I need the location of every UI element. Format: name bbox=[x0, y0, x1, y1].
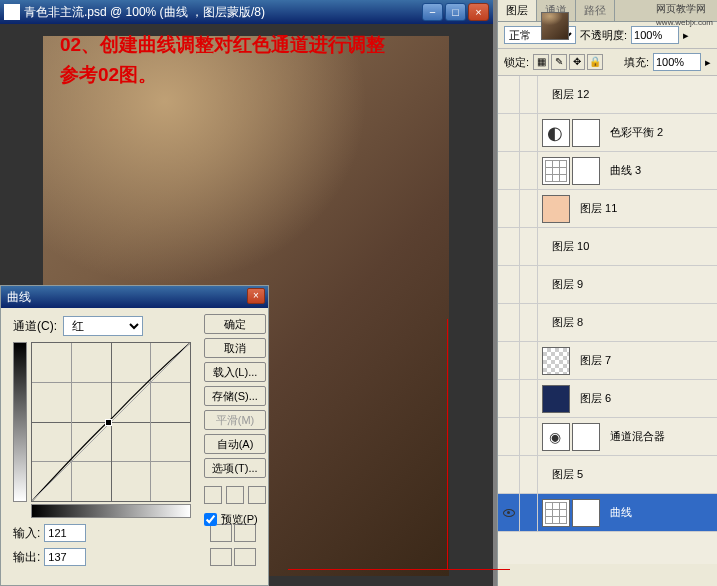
layer-row[interactable]: 图层 8 bbox=[498, 304, 717, 342]
mixer-adjustment-icon bbox=[542, 423, 570, 451]
layer-thumb[interactable] bbox=[542, 347, 570, 375]
smooth-button: 平滑(M) bbox=[204, 410, 266, 430]
curves-dialog: 曲线 × 通道(C): 红 输入: bbox=[0, 285, 269, 586]
layer-row[interactable]: 图层 5 bbox=[498, 456, 717, 494]
opacity-input[interactable] bbox=[631, 26, 679, 44]
tab-paths[interactable]: 路径 bbox=[576, 0, 615, 21]
close-button[interactable]: × bbox=[468, 3, 489, 21]
visibility-toggle[interactable] bbox=[498, 114, 520, 151]
channel-label: 通道(C): bbox=[13, 318, 57, 335]
link-column[interactable] bbox=[520, 304, 538, 341]
visibility-toggle[interactable] bbox=[498, 494, 520, 531]
layer-name-label[interactable]: 曲线 3 bbox=[604, 163, 717, 178]
layer-name-label[interactable]: 图层 9 bbox=[546, 277, 717, 292]
visibility-toggle[interactable] bbox=[498, 380, 520, 417]
layer-thumbnails bbox=[538, 345, 574, 377]
layers-list: 图层 12色彩平衡 2曲线 3图层 11图层 10图层 9图层 8图层 7图层 … bbox=[498, 76, 717, 564]
tab-layers[interactable]: 图层 bbox=[498, 0, 537, 21]
curves-close-button[interactable]: × bbox=[247, 288, 265, 304]
visibility-toggle[interactable] bbox=[498, 266, 520, 303]
layer-mask-thumb[interactable] bbox=[572, 157, 600, 185]
link-column[interactable] bbox=[520, 380, 538, 417]
link-column[interactable] bbox=[520, 190, 538, 227]
layer-name-label[interactable]: 曲线 bbox=[604, 505, 717, 520]
link-column[interactable] bbox=[520, 266, 538, 303]
layer-thumb[interactable] bbox=[542, 385, 570, 413]
layer-row[interactable]: 图层 12 bbox=[498, 76, 717, 114]
lock-paint-icon[interactable]: ✎ bbox=[551, 54, 567, 70]
chevron-down-icon[interactable]: ▸ bbox=[705, 56, 711, 69]
layer-thumb[interactable] bbox=[542, 195, 570, 223]
visibility-toggle[interactable] bbox=[498, 304, 520, 341]
layer-row[interactable]: 图层 6 bbox=[498, 380, 717, 418]
visibility-toggle[interactable] bbox=[498, 342, 520, 379]
curves-titlebar[interactable]: 曲线 × bbox=[1, 286, 268, 308]
black-point-eyedropper[interactable] bbox=[204, 486, 222, 504]
link-column[interactable] bbox=[520, 342, 538, 379]
minimize-button[interactable]: − bbox=[422, 3, 443, 21]
layer-thumbnails bbox=[538, 383, 574, 415]
output-field[interactable] bbox=[44, 548, 86, 566]
maximize-button[interactable]: □ bbox=[445, 3, 466, 21]
lock-label: 锁定: bbox=[504, 55, 529, 70]
layer-row[interactable]: 通道混合器 bbox=[498, 418, 717, 456]
curve-point[interactable] bbox=[105, 419, 112, 426]
link-column[interactable] bbox=[520, 114, 538, 151]
grid-small-button[interactable] bbox=[210, 548, 232, 566]
guide-line bbox=[288, 319, 448, 569]
visibility-toggle[interactable] bbox=[498, 456, 520, 493]
layer-name-label[interactable]: 色彩平衡 2 bbox=[604, 125, 717, 140]
layer-row[interactable]: 图层 9 bbox=[498, 266, 717, 304]
layer-row[interactable]: 曲线 bbox=[498, 494, 717, 532]
link-column[interactable] bbox=[520, 418, 538, 455]
link-column[interactable] bbox=[520, 228, 538, 265]
visibility-toggle[interactable] bbox=[498, 76, 520, 113]
preview-checkbox-row[interactable]: 预览(P) bbox=[204, 512, 266, 527]
curve-grid[interactable] bbox=[31, 342, 191, 502]
preview-checkbox[interactable] bbox=[204, 513, 217, 526]
layer-mask-thumb[interactable] bbox=[572, 119, 600, 147]
layer-name-label[interactable]: 图层 7 bbox=[574, 353, 717, 368]
annotation-line1: 02、创建曲线调整对红色通道进行调整 bbox=[60, 30, 385, 60]
link-column[interactable] bbox=[520, 152, 538, 189]
link-column[interactable] bbox=[520, 494, 538, 531]
link-column[interactable] bbox=[520, 76, 538, 113]
link-column[interactable] bbox=[520, 456, 538, 493]
layer-name-label[interactable]: 图层 8 bbox=[546, 315, 717, 330]
cancel-button[interactable]: 取消 bbox=[204, 338, 266, 358]
layer-row[interactable]: 图层 10 bbox=[498, 228, 717, 266]
layer-row[interactable]: 色彩平衡 2 bbox=[498, 114, 717, 152]
layer-name-label[interactable]: 图层 5 bbox=[546, 467, 717, 482]
layer-mask-thumb[interactable] bbox=[572, 499, 600, 527]
visibility-toggle[interactable] bbox=[498, 152, 520, 189]
load-button[interactable]: 载入(L)... bbox=[204, 362, 266, 382]
channel-select[interactable]: 红 bbox=[63, 316, 143, 336]
layer-name-label[interactable]: 图层 6 bbox=[574, 391, 717, 406]
layer-name-label[interactable]: 通道混合器 bbox=[604, 429, 717, 444]
save-button[interactable]: 存储(S)... bbox=[204, 386, 266, 406]
visibility-toggle[interactable] bbox=[498, 228, 520, 265]
lock-position-icon[interactable]: ✥ bbox=[569, 54, 585, 70]
layer-thumbnails bbox=[538, 421, 604, 453]
layer-row[interactable]: 图层 7 bbox=[498, 342, 717, 380]
options-button[interactable]: 选项(T)... bbox=[204, 458, 266, 478]
fill-input[interactable] bbox=[653, 53, 701, 71]
layer-name-label[interactable]: 图层 12 bbox=[546, 87, 717, 102]
layer-row[interactable]: 图层 11 bbox=[498, 190, 717, 228]
layer-mask-thumb[interactable] bbox=[572, 423, 600, 451]
ok-button[interactable]: 确定 bbox=[204, 314, 266, 334]
annotation-line2: 参考02图。 bbox=[60, 60, 385, 90]
layer-name-label[interactable]: 图层 10 bbox=[546, 239, 717, 254]
input-field[interactable] bbox=[44, 524, 86, 542]
lock-transparency-icon[interactable]: ▦ bbox=[533, 54, 549, 70]
lock-all-icon[interactable]: 🔒 bbox=[587, 54, 603, 70]
layer-row[interactable]: 曲线 3 bbox=[498, 152, 717, 190]
white-point-eyedropper[interactable] bbox=[248, 486, 266, 504]
auto-button[interactable]: 自动(A) bbox=[204, 434, 266, 454]
chevron-down-icon[interactable]: ▸ bbox=[683, 29, 689, 42]
visibility-toggle[interactable] bbox=[498, 418, 520, 455]
layer-name-label[interactable]: 图层 11 bbox=[574, 201, 717, 216]
visibility-toggle[interactable] bbox=[498, 190, 520, 227]
gray-point-eyedropper[interactable] bbox=[226, 486, 244, 504]
grid-large-button[interactable] bbox=[234, 548, 256, 566]
